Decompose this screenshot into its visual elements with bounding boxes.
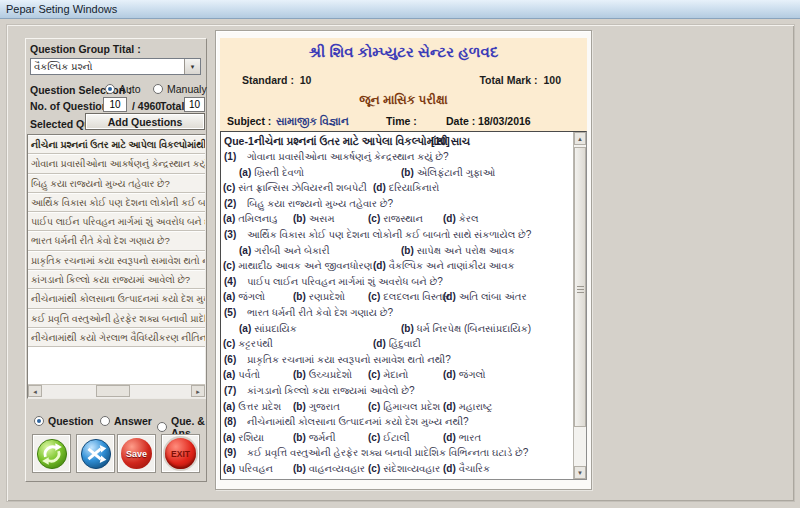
- question-text: આર્થિક વિકાસ કોઈ પણ દેશના લોકોની કઈ બાબત…: [247, 229, 531, 241]
- question-text: કાંગડાનો કિલ્લો કયા રાજ્યમાં આવેલો છે?: [247, 385, 415, 397]
- question-group-combobox[interactable]: વૈકલ્પિક પ્રશ્નો ▾: [30, 58, 201, 75]
- add-questions-button[interactable]: Add Questions: [85, 113, 205, 130]
- save-button[interactable]: Save: [117, 434, 156, 473]
- option-text: એલિફંટાની ગુફાઓ: [417, 167, 495, 178]
- question-listbox[interactable]: નીચેના પ્રશ્નનાં ઉતર માટે આપેલા વિકલ્પોમ…: [27, 134, 206, 399]
- scroll-up-icon[interactable]: ▲: [574, 132, 586, 145]
- option-text: કેરલ: [459, 213, 479, 224]
- option-text: તમિલનાડુ: [238, 213, 277, 224]
- option-label: (d): [373, 182, 386, 193]
- option-label: (c): [368, 432, 380, 443]
- list-item[interactable]: કાંગડાનો કિલ્લો કયા રાજ્યમાં આવેલો છે?: [28, 270, 205, 289]
- options-row: (c)કટ્ટરપંથી(d)હિંદુવાદી: [221, 338, 573, 354]
- option-text: ગુજરાત: [309, 401, 340, 412]
- horizontal-scroll-thumb[interactable]: [96, 385, 130, 397]
- radio-output-answer[interactable]: Answer: [100, 415, 152, 427]
- option-text: વૈચારિક: [459, 463, 490, 474]
- option-label: (b): [293, 401, 306, 412]
- window-title: Pepar Seting Windows: [6, 3, 117, 15]
- option-text: ખ્રિસ્તી દેવળો: [254, 167, 304, 178]
- radio-auto[interactable]: Auto: [105, 83, 141, 95]
- question-option: (a)ગરીબી અને બેકારી: [239, 245, 330, 257]
- list-item[interactable]: પ્રાકૃતિક રચનામાં કયા સ્વરૂપનો સમાવેશ થત…: [28, 251, 205, 270]
- radio-dot-icon: [34, 416, 44, 426]
- option-text: પર્વતો: [238, 369, 260, 380]
- list-item[interactable]: નીચેનામાંથી કયો ગેરલાભ વૈવિધ્યીકરણ નીતિન…: [28, 328, 205, 347]
- scroll-right-icon[interactable]: ▸: [191, 385, 205, 397]
- question-option: (d)હિંદુવાદી: [373, 338, 421, 350]
- list-item[interactable]: ગોવાના પ્રવાસીઓના આકર્ષણનું કેન્દ્રસ્થાન…: [28, 154, 205, 173]
- options-row: (a)પર્વતો(b)ઉચ્ચપ્રદેશો(c)મેદાનો(d)જંગલો: [221, 369, 573, 385]
- date-value: 18/03/2016: [478, 115, 531, 127]
- chevron-down-icon[interactable]: ▾: [184, 59, 200, 74]
- option-label: (b): [401, 323, 414, 334]
- list-item[interactable]: ભારત ધર્મની રીતે કેવો દેશ ગણાય છે?: [28, 231, 205, 250]
- option-label: (a): [223, 291, 235, 302]
- question-line: (4)પાઈપ લાઈન પરિવહન માર્ગમાં શું અવરોધ બ…: [221, 276, 573, 292]
- option-text: પરિવહન: [238, 463, 273, 474]
- radio-dot-icon: [157, 422, 167, 432]
- standard-value: Standard : 10: [242, 74, 311, 86]
- list-item[interactable]: આર્થિક વિકાસ કોઈ પણ દેશના લોકોની કઈ બાબત…: [28, 193, 205, 212]
- refresh-button[interactable]: [32, 434, 71, 473]
- exit-button[interactable]: EXIT: [161, 434, 200, 473]
- option-label: (d): [373, 260, 386, 271]
- list-item[interactable]: નીચેનામાંથી કોલસાના ઉત્પાદનમાં કયો દેશ મ…: [28, 289, 205, 308]
- option-text: સંદેશાવ્યવહાર: [383, 463, 440, 474]
- question-option: (d)જંગલો: [443, 369, 486, 381]
- question-option: (a)સાંપ્રદાયિક: [239, 323, 297, 335]
- total-mark-value: Total Mark : 100: [479, 74, 561, 86]
- question-line: (7)કાંગડાનો કિલ્લો કયા રાજ્યમાં આવેલો છે…: [221, 385, 573, 401]
- option-text: ધર્મ નિરપેક્ષ (બિનસાંપ્રદાયિક): [417, 323, 531, 334]
- option-label: (c): [223, 338, 235, 349]
- question-option: (a)જંગલો: [223, 291, 265, 303]
- option-text: જંગલો: [459, 369, 486, 380]
- total-input[interactable]: [184, 97, 205, 112]
- shuffle-icon: [80, 438, 112, 470]
- option-text: વૈકલ્પિક અને નાણાંકીય આવક: [389, 260, 515, 271]
- exam-name: જૂન માસિક પરીક્ષા: [220, 93, 587, 107]
- option-label: (c): [368, 463, 380, 474]
- radio-manually[interactable]: Manualy: [153, 83, 207, 95]
- option-text: અતિ લાંબા અંતર: [459, 291, 527, 302]
- radio-output-question[interactable]: Question: [34, 415, 94, 427]
- question-option: (d)ભારત: [443, 432, 481, 444]
- vertical-scroll-thumb[interactable]: [574, 147, 586, 427]
- options-row: (a)સાંપ્રદાયિક(b)ધર્મ નિરપેક્ષ (બિનસાંપ્…: [221, 323, 573, 339]
- question-option: (b)ગુજરાત: [293, 401, 340, 413]
- scroll-down-icon[interactable]: ▼: [574, 466, 586, 479]
- question-option: (d)કેરલ: [443, 213, 479, 225]
- window-titlebar[interactable]: Pepar Seting Windows: [0, 0, 800, 19]
- options-row: (c)સંત ફ્રાન્સિસ ઝેવિયરની શબપેટી(d)દરિયા…: [221, 182, 573, 198]
- option-text: માથાદીઠ આવક અને જીવનધોરણ: [238, 260, 372, 271]
- list-header-item[interactable]: નીચેના પ્રશ્નનાં ઉતર માટે આપેલા વિકલ્પોમ…: [28, 135, 205, 154]
- question-number: (1): [224, 151, 236, 162]
- vertical-scrollbar[interactable]: ▲ ▼: [573, 132, 586, 479]
- question-option: (d)વૈકલ્પિક અને નાણાંકીય આવક: [373, 260, 515, 272]
- shuffle-button[interactable]: [76, 434, 115, 473]
- horizontal-scrollbar[interactable]: ◂ ▸: [28, 384, 205, 398]
- option-label: (a): [223, 432, 235, 443]
- question-option: (b)ઉચ્ચપ્રદેશો: [293, 369, 352, 381]
- option-label: (a): [223, 401, 235, 412]
- option-text: ઉચ્ચપ્રદેશો: [309, 369, 352, 380]
- question-preview-area[interactable]: Que-1 નીચેના પ્રશ્નનાં ઉતર માટે આપેલા વિ…: [220, 131, 587, 480]
- list-item[interactable]: પાઈપ લાઈન પરિવહન માર્ગમાં શું અવરોધ બને …: [28, 212, 205, 231]
- question-section-header: Que-1 નીચેના પ્રશ્નનાં ઉતર માટે આપેલા વિ…: [221, 135, 573, 151]
- option-text: મેદાનો: [383, 369, 408, 380]
- list-item[interactable]: કઈ પ્રવૃત્તિ વસ્તુઓની હેરફેર શક્ય બનાવી …: [28, 309, 205, 328]
- no-of-questions-input[interactable]: [103, 97, 127, 112]
- option-text: વાહનવ્યવહાર: [309, 463, 365, 474]
- radio-dot-icon: [153, 84, 163, 94]
- question-option: (d)અતિ લાંબા અંતર: [443, 291, 527, 303]
- option-text: દરિયાકિનારો: [389, 182, 440, 193]
- option-text: મહારાષ્ટ્ર: [459, 401, 492, 412]
- radio-manually-label: Manualy: [167, 83, 207, 95]
- question-option: (c)સંદેશાવ્યવહાર: [368, 463, 440, 475]
- radio-dot-icon: [100, 416, 110, 426]
- options-row: (a)પરિવહન(b)વાહનવ્યવહાર(c)સંદેશાવ્યવહાર(…: [221, 463, 573, 479]
- list-item[interactable]: બિહુ કયા રાજ્યનો મુખ્ય તહેવાર છે?: [28, 174, 205, 193]
- question-option: (a)ઉત્તર પ્રદેશ: [223, 401, 281, 413]
- standard-number: 10: [300, 74, 312, 86]
- scroll-left-icon[interactable]: ◂: [28, 385, 42, 397]
